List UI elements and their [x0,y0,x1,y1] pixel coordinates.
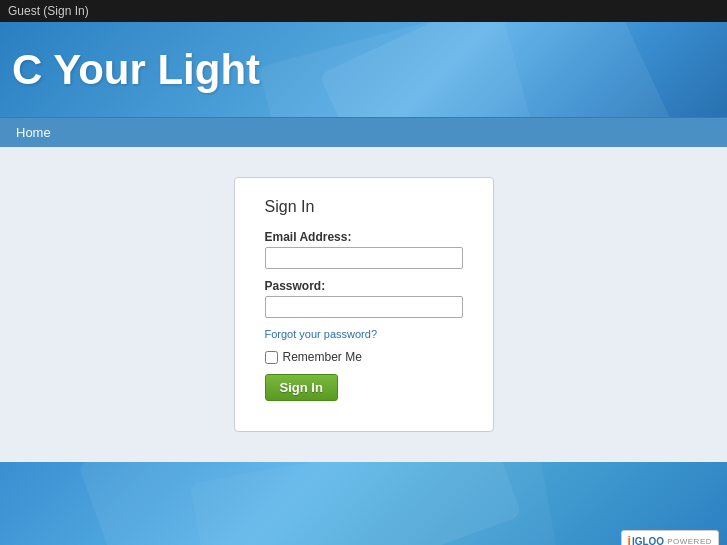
nav-bar: Home [0,117,727,147]
remember-me-label: Remember Me [283,350,362,364]
igloo-sub-text: POWERED [667,537,712,546]
signin-title: Sign In [265,198,463,216]
password-form-group: Password: [265,279,463,318]
igloo-badge: i IGLOO POWERED [621,530,719,545]
guest-label: Guest (Sign In) [8,4,89,18]
igloo-i-letter: i [628,534,631,545]
footer: i IGLOO POWERED [0,462,727,545]
signin-button[interactable]: Sign In [265,374,338,401]
email-label: Email Address: [265,230,463,244]
forgot-password-link[interactable]: Forgot your password? [265,328,463,340]
email-form-group: Email Address: [265,230,463,269]
main-content: Sign In Email Address: Password: Forgot … [0,147,727,462]
igloo-logo-icon: i IGLOO [628,534,665,545]
password-input[interactable] [265,296,463,318]
signin-card: Sign In Email Address: Password: Forgot … [234,177,494,432]
remember-me-row: Remember Me [265,350,463,364]
email-input[interactable] [265,247,463,269]
password-label: Password: [265,279,463,293]
nav-home-link[interactable]: Home [8,121,59,144]
site-header: C Your Light [0,22,727,117]
remember-me-checkbox[interactable] [265,351,278,364]
site-title: C Your Light [12,46,260,94]
igloo-text: IGLOO [632,536,664,546]
top-bar: Guest (Sign In) [0,0,727,22]
